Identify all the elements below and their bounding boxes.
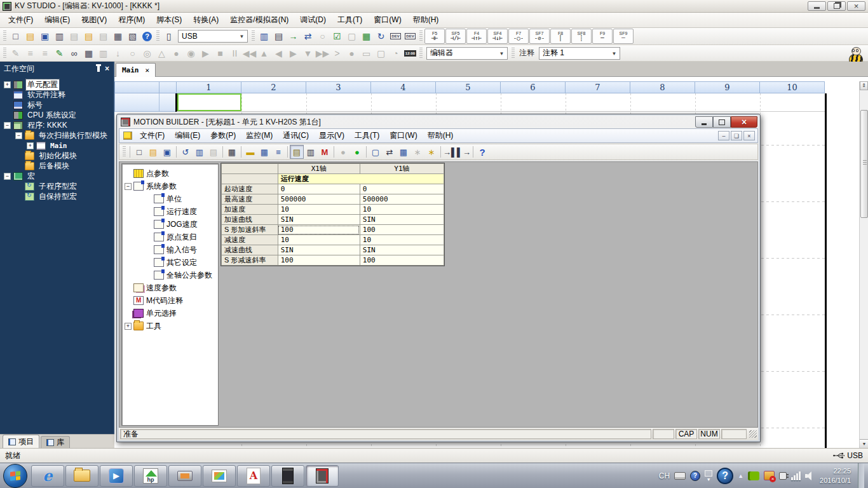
param-cell-y1[interactable]: 10 — [360, 235, 444, 245]
row-header[interactable] — [159, 93, 177, 112]
taskbar-kv-studio[interactable] — [271, 465, 304, 487]
restore-button[interactable] — [827, 1, 846, 11]
tab-close-icon[interactable]: ✕ — [146, 66, 150, 74]
param-cell-x1[interactable]: 500000 — [278, 194, 360, 205]
ladder-instruction-button[interactable]: F4⊣↑⊢ — [466, 29, 487, 44]
tree-item[interactable]: − 宏 — [0, 171, 113, 181]
splitter-button[interactable]: ⇕ — [860, 81, 868, 90]
toolbar-grip[interactable] — [512, 48, 515, 59]
tree-item[interactable]: + Main — [0, 140, 113, 151]
jump-icon[interactable]: > — [330, 46, 344, 60]
clear-disabled-icon[interactable]: ▤ — [96, 29, 111, 43]
help-circle-icon[interactable]: ? — [717, 468, 733, 484]
tree-item[interactable]: 标号 — [0, 100, 113, 110]
tree-expander[interactable]: − — [4, 122, 11, 129]
tree-item[interactable]: 软元件注释 — [0, 90, 113, 100]
scroll-down-arrow[interactable]: ▼ — [860, 439, 868, 448]
show-hidden-icons[interactable]: ▲ — [738, 473, 743, 479]
param-cell-x1[interactable]: 100 — [278, 225, 360, 235]
tree-item[interactable]: + 单元配置 — [0, 79, 113, 90]
ladder-instruction-button[interactable]: SF9┄ — [613, 29, 634, 44]
step-forward-icon[interactable]: ▶ — [286, 46, 301, 60]
gear-yellow-icon[interactable]: ∗ — [424, 145, 438, 159]
param-cell-x1[interactable]: SIN — [278, 245, 360, 255]
column-header[interactable]: 6 — [501, 81, 566, 93]
menu-item[interactable]: 文件(F) — [135, 128, 170, 143]
menu-item[interactable]: 转换(A) — [187, 13, 224, 27]
mdi-minimize-button[interactable]: – — [718, 131, 729, 140]
column-header[interactable]: 10 — [760, 81, 825, 93]
mdi-close-button[interactable]: × — [743, 131, 755, 140]
menu-item[interactable]: 窗口(W) — [368, 13, 407, 27]
point-param-icon[interactable]: ▬ — [243, 145, 257, 159]
tree-item[interactable]: 单元选择 — [122, 307, 218, 320]
param-cell-y1[interactable]: 10 — [360, 205, 444, 215]
axis-column-header[interactable]: X1轴 — [278, 164, 360, 174]
menu-item[interactable]: 编辑(E) — [170, 128, 205, 143]
tree-item[interactable]: 单位 — [122, 193, 218, 205]
mb-close-button[interactable] — [731, 116, 757, 128]
ladder-selected-cell[interactable] — [177, 93, 241, 111]
taskbar-photo-viewer[interactable] — [203, 465, 236, 487]
column-header[interactable]: 7 — [566, 81, 630, 93]
taskbar-motion-builder[interactable] — [306, 465, 339, 487]
undo-icon[interactable]: ↺ — [179, 145, 193, 159]
param-cell-x1[interactable]: 0 — [278, 184, 360, 194]
column-header[interactable]: 3 — [306, 81, 371, 93]
param-cell-y1[interactable]: SIN — [360, 245, 444, 255]
pc-transfer-icon[interactable]: ▥ — [257, 29, 271, 43]
system-param-icon[interactable]: ▤ — [290, 145, 304, 159]
usb-connect-icon[interactable]: ▯ — [161, 29, 176, 43]
menu-item[interactable]: 视图(V) — [76, 13, 112, 27]
network-disconnected-icon[interactable] — [764, 471, 775, 480]
tree-expander[interactable]: − — [4, 173, 11, 180]
tree-item[interactable]: 初始化模块 — [0, 151, 113, 161]
stop-icon[interactable]: ■ — [213, 46, 227, 60]
toolbar-grip[interactable] — [3, 30, 6, 42]
toolbar-grip[interactable] — [419, 48, 423, 59]
tree-item[interactable]: 点参数 — [122, 167, 218, 180]
volume-icon[interactable] — [805, 471, 815, 480]
column-header[interactable]: 9 — [695, 81, 760, 93]
pin-icon[interactable] — [97, 66, 100, 72]
ladder-instruction-button[interactable]: F7-○- — [508, 29, 529, 44]
tree-item[interactable]: 速度参数 — [122, 281, 218, 294]
clock-1200-icon[interactable]: 12:00 — [403, 46, 417, 60]
language-indicator[interactable]: CH — [659, 471, 670, 480]
tree-item[interactable]: 运行速度 — [122, 205, 218, 218]
param-cell-y1[interactable]: 100 — [360, 255, 444, 266]
unit-transfer-icon[interactable]: ▦ — [397, 145, 410, 159]
column-header[interactable]: 5 — [436, 81, 501, 93]
tree-item[interactable]: 子程序型宏 — [0, 181, 113, 191]
taskbar-adobe-reader[interactable]: A — [237, 465, 270, 487]
ladder-transfer-icon[interactable]: ↻ — [374, 29, 388, 43]
monitor-comment-icon[interactable]: ▤ — [271, 29, 286, 43]
menu-item[interactable]: 显示(V) — [314, 128, 349, 143]
stopwatch-icon[interactable]: ◔ — [388, 46, 403, 60]
registration-monitor-icon[interactable]: ▦ — [359, 29, 374, 43]
step-up-icon[interactable]: ▲ — [257, 46, 271, 60]
mcode-comment-icon[interactable]: M — [318, 145, 332, 159]
help-icon[interactable]: ? — [475, 145, 489, 159]
print-icon[interactable]: ▦ — [225, 145, 239, 159]
list-edit-2-icon[interactable]: ≡ — [37, 46, 52, 60]
menu-item[interactable]: 编辑(E) — [39, 13, 76, 27]
save-icon[interactable]: ▣ — [160, 145, 174, 159]
tree-expander[interactable]: − — [125, 183, 132, 190]
minimize-button[interactable] — [808, 1, 826, 11]
gear-gray-icon[interactable]: ∗ — [410, 145, 424, 159]
open-file-icon[interactable]: ▤ — [146, 145, 160, 159]
menu-item[interactable]: 窗口(W) — [384, 128, 422, 143]
mb-maximize-button[interactable] — [713, 116, 731, 128]
print-preview-icon[interactable]: ▧ — [125, 29, 140, 43]
menu-item[interactable]: 调试(D) — [294, 13, 332, 27]
combo-arrow-icon[interactable]: ▼ — [238, 32, 246, 41]
tree-item[interactable]: M代码注释 — [122, 294, 218, 307]
combo-arrow-icon[interactable]: ▼ — [610, 50, 618, 58]
comment-balloon-icon[interactable]: ▢ — [374, 46, 388, 60]
glasses-view-icon[interactable]: ∞ — [67, 46, 81, 60]
workspace-tab[interactable]: 库 — [41, 436, 70, 448]
connection-combobox[interactable]: USB ▼ — [178, 30, 248, 43]
step-down-icon[interactable]: ▼ — [301, 46, 315, 60]
keyboard-icon[interactable] — [674, 472, 686, 480]
